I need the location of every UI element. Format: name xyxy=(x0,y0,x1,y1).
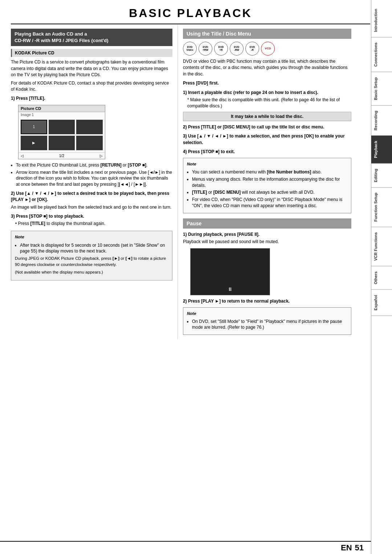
note-bullet-3: [TITLE] or [DISC MENU] will not always b… xyxy=(192,189,347,196)
left-header-line2: CD-RW / -R with MP3 / JPEG Files (cont'd… xyxy=(15,38,109,43)
page-prefix: EN xyxy=(341,543,352,553)
sidebar-tab-connections[interactable]: Connections xyxy=(371,37,392,72)
pause-note-title: Note xyxy=(187,311,347,317)
pause-header-text: Pause xyxy=(187,221,201,226)
cd-thumbnails-grid: 1 ▶ xyxy=(19,118,105,152)
right-column: Using the Title / Disc Menu DVDVideo DVD… xyxy=(178,24,356,339)
kodak-bullets: To exit the Picture CD thumbnail List, p… xyxy=(11,162,172,188)
sidebar-tab-espanol[interactable]: Español xyxy=(371,290,392,316)
left-column: Playing Back an Audio CD and a CD-RW / -… xyxy=(11,24,178,339)
pause-step2-label: 2) Press [PLAY ►] to return to the norma… xyxy=(183,298,351,304)
cd-next-icon: ▷ xyxy=(100,154,103,158)
left-header-line1: Playing Back an Audio CD and a xyxy=(15,31,87,37)
notes-jpeg-para-not: (Not available when the display menu app… xyxy=(15,269,168,275)
page-title-bar: BASIC PLAYBACK xyxy=(11,0,370,24)
kodak-step3-desc: • Press [TITLE] to display the thumbnail… xyxy=(11,221,172,227)
title-disc-note-title: Note xyxy=(187,161,347,167)
picture-cd-box: Picture CD Image 1 1 ▶ ◁ 1/2 ▷ xyxy=(18,105,105,159)
pause-section-header: Pause xyxy=(183,218,351,229)
title-disc-header: Using the Title / Disc Menu xyxy=(183,29,351,39)
cd-footer: ◁ 1/2 ▷ xyxy=(19,152,105,159)
kodak-subsection-header: KODAK Picture CD xyxy=(11,49,172,57)
cd-thumb-1: 1 xyxy=(21,120,47,134)
note-bullet-2: Menus vary among discs. Refer to the inf… xyxy=(192,176,347,189)
pause-note-bullet-1: On DVD, set "Still Mode" to "Field" in "… xyxy=(192,319,347,331)
left-section-header: Playing Back an Audio CD and a CD-RW / -… xyxy=(11,29,172,46)
right-step1-note: * Make sure the disc is compatible with … xyxy=(183,97,351,110)
right-sidebar: Introduction Connections Basic Setup Rec… xyxy=(371,0,392,554)
sidebar-tab-editing[interactable]: Editing xyxy=(371,164,392,188)
disc-icon-dvd-plusrw: DVD+RW xyxy=(199,42,212,56)
page-title: BASIC PLAYBACK xyxy=(11,7,370,20)
disc-icon-vcd: VCD xyxy=(261,42,275,56)
right-step1-label: 1) Insert a playable disc (refer to page… xyxy=(183,90,351,96)
right-step2-label: 2) Press [TITLE] or [DISC MENU] to call … xyxy=(183,124,351,130)
kodak-bullet1: To exit the Picture CD thumbnail List, p… xyxy=(16,162,172,168)
right-step4-label: 4) Press [STOP ■] to exit. xyxy=(183,149,351,155)
pause-step1-desc: Playback will be paused and sound will b… xyxy=(183,239,351,245)
title-disc-note-list: You can select a numbered menu with [the… xyxy=(187,169,347,209)
sidebar-tab-recording[interactable]: Recording xyxy=(371,106,392,136)
sidebar-tab-others[interactable]: Others xyxy=(371,266,392,290)
page-number-bar: EN 51 xyxy=(0,541,371,554)
pause-indicator-icon: ⏸ xyxy=(228,286,233,292)
cd-prev-icon: ◁ xyxy=(21,154,24,158)
notes-jpeg-bullet1: After track is displayed for 5 seconds o… xyxy=(20,242,168,255)
disc-icons-row: DVDVideo DVD+RW DVD+R DVD-RW DVD-R VCD xyxy=(183,42,351,56)
disc-icon-dvd-minusr: DVD-R xyxy=(245,42,259,56)
cd-page-number: 1/2 xyxy=(59,154,64,158)
disc-icon-dvd-minusrw: DVD-RW xyxy=(230,42,244,56)
title-disc-header-text: Using the Title / Disc Menu xyxy=(187,31,251,37)
cd-thumb-3 xyxy=(76,120,103,134)
notes-jpeg-list: After track is displayed for 5 seconds o… xyxy=(15,242,168,255)
kodak-step1-label: 1) Press [TITLE]. xyxy=(11,95,172,102)
disc-icon-dvd-video: DVDVideo xyxy=(183,42,197,56)
page-number: 51 xyxy=(355,543,364,553)
cd-box-header: Picture CD xyxy=(19,105,105,112)
press-dvd-first: Press [DVD] first. xyxy=(183,80,351,86)
cd-thumb-5 xyxy=(49,136,75,150)
kodak-para1: The Picture CD is a service to convert p… xyxy=(11,59,172,78)
kodak-bullet2: Arrow icons mean the title list includes… xyxy=(16,169,172,188)
kodak-step2-desc: An image will be played back from the se… xyxy=(11,204,172,210)
pause-screen-mockup: ⏸ xyxy=(190,248,270,295)
cd-thumb-4: ▶ xyxy=(21,136,47,150)
cd-thumb-6 xyxy=(76,136,103,150)
cd-image-label: Image 1 xyxy=(19,112,105,118)
kodak-step3-label: 3) Press [STOP ■] to stop playback. xyxy=(11,213,172,219)
pause-step1-label: 1) During playback, press [PAUSE II]. xyxy=(183,231,351,238)
kodak-step2-label: 2) Use [▲ / ▼ / ◄ / ►] to select a desir… xyxy=(11,190,172,203)
sidebar-tab-playback[interactable]: Playback xyxy=(371,136,392,164)
sidebar-tab-introduction[interactable]: Introduction xyxy=(371,4,392,37)
important-box: It may take a while to load the disc. xyxy=(183,112,351,121)
title-disc-note-box: Note You can select a numbered menu with… xyxy=(183,158,351,213)
note-bullet-1: You can select a numbered menu with [the… xyxy=(192,169,347,175)
title-disc-intro: DVD or video CD with PBC function may co… xyxy=(183,58,351,77)
sidebar-tab-basicsetup[interactable]: Basic Setup xyxy=(371,72,392,106)
note-bullet-4: For video CD, when "PBC (Video CD only)"… xyxy=(192,197,347,209)
kodak-para2: For details of KODAK Picture CD, contact… xyxy=(11,80,172,93)
pause-note-list: On DVD, set "Still Mode" to "Field" in "… xyxy=(187,319,347,331)
main-content: Playing Back an Audio CD and a CD-RW / -… xyxy=(11,24,392,339)
notes-jpeg-box: Note After track is displayed for 5 seco… xyxy=(11,231,172,280)
sidebar-tab-functionsetup[interactable]: Function Setup xyxy=(371,188,392,227)
sidebar-tab-vcr[interactable]: VCR Functions xyxy=(371,227,392,266)
pause-note-box: Note On DVD, set "Still Mode" to "Field"… xyxy=(183,307,351,335)
cd-thumb-2 xyxy=(49,120,75,134)
notes-jpeg-title: Note xyxy=(15,234,168,240)
disc-icon-dvd-plusr: DVD+R xyxy=(214,42,228,56)
notes-jpeg-para-during: During JPEG or KODAK Picture CD playback… xyxy=(15,255,168,267)
right-step3-label: 3) Use [▲ / ▼ / ◄ / ►] to make a selecti… xyxy=(183,133,351,146)
